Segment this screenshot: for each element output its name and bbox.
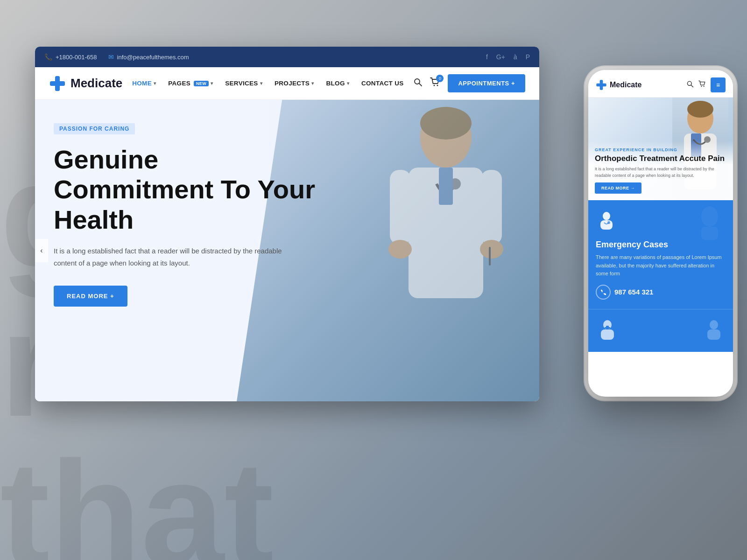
svg-rect-17 <box>596 84 606 87</box>
phone-hero-label: GREAT EXPERIENCE IN BUILDING <box>595 147 726 152</box>
svg-point-13 <box>388 240 412 259</box>
email-contact: ✉ info@peacefulthemes.com <box>108 53 189 61</box>
phone-bottom-icon-right <box>702 317 726 344</box>
nav-actions: 0 APPOINTMENTS + <box>413 74 525 92</box>
phone-hero-title: Orthopedic Treatment Accute Pain <box>595 154 726 163</box>
logo-text: Medicate <box>70 76 122 91</box>
email-address: info@peacefulthemes.com <box>117 54 189 61</box>
browser-window: 📞 +1800-001-658 ✉ info@peacefulthemes.co… <box>35 47 539 401</box>
svg-point-29 <box>603 212 610 220</box>
phone-contact: 📞 +1800-001-658 <box>44 53 97 61</box>
phone-mockup: Medicate ≡ <box>588 70 733 397</box>
phone-bottom-section <box>588 309 733 352</box>
phone-hero-text: GREAT EXPERIENCE IN BUILDING Orthopedic … <box>588 141 733 200</box>
emergency-phone-number: 987 654 321 <box>614 288 653 296</box>
nav-pages-label: PAGES <box>168 80 190 87</box>
logo-icon <box>49 75 66 92</box>
nav-blog-chevron: ▾ <box>347 81 349 86</box>
cart-button[interactable]: 0 <box>430 77 440 89</box>
phone-header-icons: ≡ <box>686 77 726 92</box>
hamburger-icon: ≡ <box>716 81 720 89</box>
appointment-label: APPOINTMENTS + <box>458 80 515 87</box>
svg-line-3 <box>419 84 422 86</box>
googleplus-icon[interactable]: G+ <box>496 53 505 61</box>
search-icon <box>413 77 423 87</box>
svg-point-23 <box>687 101 713 118</box>
nav-contact-label: CONTACT US <box>361 80 404 87</box>
nav-home-label: HOME <box>132 80 152 87</box>
svg-point-2 <box>415 79 420 84</box>
read-more-button[interactable]: READ MORE + <box>54 286 127 307</box>
svg-point-7 <box>420 107 472 140</box>
hero-title: Genuine Commitment To Your Health <box>54 145 315 235</box>
read-more-label: READ MORE + <box>67 293 114 300</box>
emergency-bg-icon <box>691 205 728 250</box>
svg-point-20 <box>701 86 702 87</box>
phone-logo-text: Medicate <box>610 81 641 89</box>
phone-icon: 📞 <box>44 53 52 61</box>
nav-projects-label: PROJECTS <box>275 80 310 87</box>
social-links: f G+ à P <box>486 53 530 61</box>
phone-cart-icon[interactable] <box>698 80 706 90</box>
nav-bar: Medicate HOME ▾ PAGES New ▾ SERVICES ▾ P… <box>35 67 539 100</box>
nav-blog[interactable]: BLOG ▾ <box>321 77 354 90</box>
nav-services-chevron: ▾ <box>260 81 262 86</box>
nav-projects[interactable]: PROJECTS ▾ <box>270 77 318 90</box>
search-button[interactable] <box>413 77 423 89</box>
pinterest-icon[interactable]: P <box>526 53 530 61</box>
hero-content: PASSION FOR CARING Genuine Commitment To… <box>54 123 315 307</box>
phone-header: Medicate ≡ <box>588 70 733 98</box>
nav-services-label: SERVICES <box>225 80 258 87</box>
nav-blog-label: BLOG <box>326 80 345 87</box>
nav-pages-chevron: ▾ <box>211 81 213 86</box>
hero-tag: PASSION FOR CARING <box>54 123 135 134</box>
phone-read-more-button[interactable]: READ MORE → <box>595 182 641 194</box>
logo[interactable]: Medicate <box>49 75 122 92</box>
nav-pages[interactable]: PAGES New ▾ <box>163 77 218 90</box>
phone-read-more-label: READ MORE → <box>601 186 635 190</box>
svg-rect-30 <box>600 220 613 230</box>
email-icon: ✉ <box>108 53 114 61</box>
svg-point-21 <box>704 86 705 87</box>
svg-rect-1 <box>50 81 65 86</box>
phone-search-icon[interactable] <box>686 80 694 90</box>
svg-point-4 <box>434 85 435 86</box>
svg-rect-11 <box>390 170 411 245</box>
hero-description: It is a long established fact that a rea… <box>54 245 287 269</box>
nav-services[interactable]: SERVICES ▾ <box>220 77 267 90</box>
doctor-figure <box>366 100 525 371</box>
slider-prev-arrow[interactable]: ‹ <box>35 239 48 262</box>
facebook-icon[interactable]: f <box>486 53 488 61</box>
phone-number: +1800-001-658 <box>56 54 97 61</box>
chevron-left-icon: ‹ <box>40 246 42 255</box>
nav-contact[interactable]: CONTACT US <box>357 77 409 90</box>
instagram-icon[interactable]: à <box>514 53 517 61</box>
svg-point-5 <box>437 85 438 86</box>
phone-emergency-section: Emergency Cases There are many variation… <box>588 200 733 309</box>
svg-rect-35 <box>605 327 610 329</box>
svg-rect-12 <box>481 170 502 245</box>
appointment-button[interactable]: APPOINTMENTS + <box>448 74 525 92</box>
cart-badge: 0 <box>436 75 444 82</box>
phone-logo: Medicate <box>596 79 641 91</box>
emergency-phone-icon <box>596 285 611 300</box>
pages-badge: New <box>194 81 209 86</box>
svg-rect-15 <box>489 247 491 266</box>
emergency-phone: 987 654 321 <box>596 285 726 300</box>
svg-line-19 <box>691 85 693 87</box>
svg-point-27 <box>701 206 718 227</box>
phone-hero-desc: It is a long established fact that a rea… <box>595 166 726 179</box>
svg-rect-33 <box>601 329 614 340</box>
svg-point-36 <box>710 320 718 329</box>
hero-section: PASSION FOR CARING Genuine Commitment To… <box>35 100 539 401</box>
phone-hero-card: GREAT EXPERIENCE IN BUILDING Orthopedic … <box>588 98 733 200</box>
phone-bottom-icon-left <box>596 317 619 344</box>
nav-home-chevron: ▾ <box>154 81 156 86</box>
svg-point-18 <box>687 81 691 85</box>
phone-logo-icon <box>596 79 607 91</box>
phone-menu-button[interactable]: ≡ <box>711 77 726 92</box>
svg-rect-28 <box>701 227 718 240</box>
nav-home[interactable]: HOME ▾ <box>127 77 161 90</box>
emergency-desc: There are many variations of passages of… <box>596 253 726 278</box>
nav-menu: HOME ▾ PAGES New ▾ SERVICES ▾ PROJECTS ▾… <box>127 77 408 90</box>
